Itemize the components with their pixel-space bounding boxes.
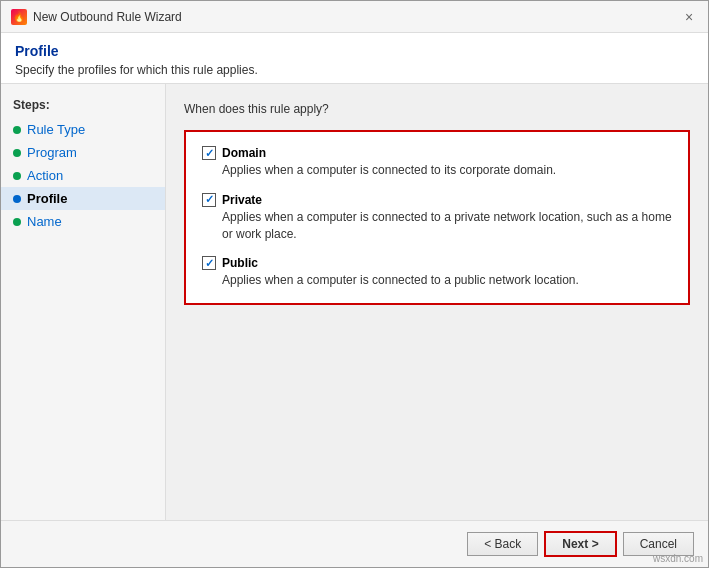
steps-label: Steps: <box>1 94 165 118</box>
main-question: When does this rule apply? <box>184 102 690 116</box>
next-button[interactable]: Next > <box>544 531 616 557</box>
page-subtitle: Specify the profiles for which this rule… <box>15 63 694 77</box>
body: Steps: Rule Type Program Action Profile … <box>1 84 708 520</box>
sidebar-item-profile[interactable]: Profile <box>1 187 165 210</box>
watermark: wsxdn.com <box>653 553 703 564</box>
step-dot <box>13 149 21 157</box>
main-content: When does this rule apply? Domain Applie… <box>166 84 708 520</box>
close-button[interactable]: × <box>680 8 698 26</box>
private-checkbox[interactable] <box>202 193 216 207</box>
sidebar-item-label: Program <box>27 145 77 160</box>
sidebar-item-label: Name <box>27 214 62 229</box>
titlebar-left: 🔥 New Outbound Rule Wizard <box>11 9 182 25</box>
private-description: Applies when a computer is connected to … <box>222 209 672 243</box>
page-title: Profile <box>15 43 694 59</box>
sidebar-item-program[interactable]: Program <box>1 141 165 164</box>
option-public: Public Applies when a computer is connec… <box>202 256 672 289</box>
public-label: Public <box>222 256 258 270</box>
titlebar: 🔥 New Outbound Rule Wizard × <box>1 1 708 33</box>
options-box: Domain Applies when a computer is connec… <box>184 130 690 305</box>
sidebar-item-label: Action <box>27 168 63 183</box>
option-public-header: Public <box>202 256 672 270</box>
option-private: Private Applies when a computer is conne… <box>202 193 672 243</box>
step-dot <box>13 218 21 226</box>
sidebar-item-action[interactable]: Action <box>1 164 165 187</box>
window-title: New Outbound Rule Wizard <box>33 10 182 24</box>
domain-label: Domain <box>222 146 266 160</box>
sidebar-item-name[interactable]: Name <box>1 210 165 233</box>
option-domain-header: Domain <box>202 146 672 160</box>
sidebar-item-rule-type[interactable]: Rule Type <box>1 118 165 141</box>
window: 🔥 New Outbound Rule Wizard × Profile Spe… <box>0 0 709 568</box>
option-domain: Domain Applies when a computer is connec… <box>202 146 672 179</box>
page-header: Profile Specify the profiles for which t… <box>1 33 708 84</box>
footer: < Back Next > Cancel <box>1 520 708 567</box>
private-label: Private <box>222 193 262 207</box>
sidebar: Steps: Rule Type Program Action Profile … <box>1 84 166 520</box>
sidebar-item-label: Profile <box>27 191 67 206</box>
domain-checkbox[interactable] <box>202 146 216 160</box>
domain-description: Applies when a computer is connected to … <box>222 162 672 179</box>
step-dot <box>13 172 21 180</box>
public-checkbox[interactable] <box>202 256 216 270</box>
step-dot <box>13 195 21 203</box>
step-dot <box>13 126 21 134</box>
public-description: Applies when a computer is connected to … <box>222 272 672 289</box>
titlebar-icon: 🔥 <box>11 9 27 25</box>
back-button[interactable]: < Back <box>467 532 538 556</box>
option-private-header: Private <box>202 193 672 207</box>
spacer <box>184 315 690 502</box>
sidebar-item-label: Rule Type <box>27 122 85 137</box>
